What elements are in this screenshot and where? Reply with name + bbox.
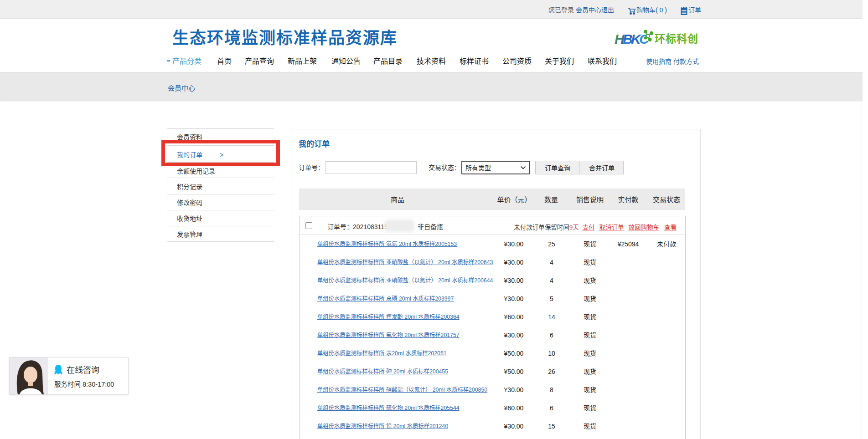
svg-text:环标科创: 环标科创: [655, 33, 698, 45]
